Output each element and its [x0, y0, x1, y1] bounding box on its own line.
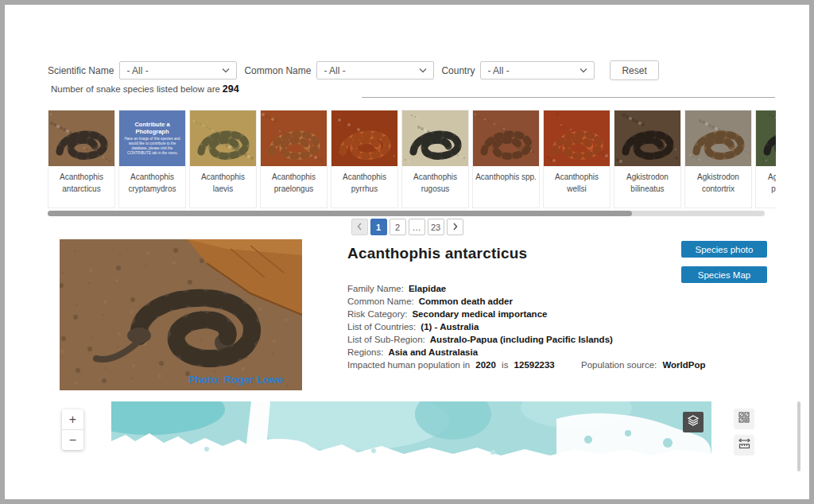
species-card-name[interactable]: Agkistrodon piscivorus	[756, 166, 776, 195]
species-card-name[interactable]: Agkistrodon contortrix	[685, 166, 751, 195]
species-card[interactable]: Acanthophis spp.	[472, 110, 540, 208]
zoom-out-button[interactable]: −	[62, 430, 83, 450]
species-thumbnail[interactable]	[261, 110, 327, 166]
pagination-page-button[interactable]: 2	[390, 219, 406, 235]
carousel-scrollbar[interactable]	[48, 211, 765, 216]
chevron-left-icon	[356, 223, 363, 232]
species-thumbnail[interactable]	[402, 110, 468, 166]
species-card-name[interactable]: Acanthophis wellsi	[544, 166, 610, 195]
species-card[interactable]: Agkistrodon bilineatus	[614, 110, 681, 208]
zoom-in-button[interactable]: +	[62, 409, 83, 429]
species-card[interactable]: Acanthophis praelongus	[260, 110, 328, 208]
species-card-name[interactable]: Acanthophis praelongus	[261, 166, 327, 195]
population-row: Impacted human population in 2020 is 125…	[347, 359, 709, 371]
field-label: Risk Category:	[347, 309, 407, 319]
chevron-down-icon	[222, 68, 230, 73]
species-count-line: Number of snake species listed below are…	[51, 83, 239, 95]
species-card-name[interactable]: Acanthophis rugosus	[402, 166, 468, 195]
basemap-grid-icon	[738, 412, 750, 426]
field-value: Australo-Papua (including Pacific Island…	[430, 335, 613, 344]
detail-field-row: Regions:Asia and Australasia	[347, 346, 689, 359]
species-card[interactable]: Agkistrodon contortrix	[684, 110, 752, 208]
pagination-page-button[interactable]: …	[409, 219, 425, 235]
species-photo-button[interactable]: Species photo	[681, 241, 767, 258]
field-label: Common Name:	[347, 297, 414, 306]
pagination-prev-button[interactable]	[351, 219, 368, 235]
field-value: Common death adder	[419, 297, 513, 306]
population-prefix: Impacted human population in	[347, 360, 470, 370]
species-count-text: Number of snake species listed below are	[51, 84, 220, 94]
species-card-name[interactable]: Agkistrodon bilineatus	[614, 166, 680, 195]
species-card-name[interactable]: Acanthophis spp.	[473, 166, 539, 184]
detail-field-row: List of Sub-Region:Australo-Papua (inclu…	[347, 333, 689, 346]
carousel-scrollbar-thumb[interactable]	[48, 211, 632, 216]
measure-button[interactable]	[735, 436, 754, 455]
population-connector: is	[502, 360, 508, 370]
pagination-page-button[interactable]: 23	[428, 219, 444, 235]
species-range-map[interactable]	[111, 401, 711, 457]
basemap-gallery-button[interactable]	[735, 409, 754, 428]
detail-field-row: List of Countries:(1) - Australia	[347, 320, 689, 333]
species-card-name[interactable]: Acanthophis cryptamydros	[119, 166, 185, 195]
detail-field-row: Risk Category:Secondary medical importan…	[347, 308, 689, 320]
contribute-photo-placeholder[interactable]: Contribute a PhotographHave an image of …	[119, 110, 185, 166]
species-thumbnail[interactable]	[756, 110, 776, 166]
species-card-name[interactable]: Acanthophis laevis	[190, 166, 256, 195]
species-map-button[interactable]: Species Map	[681, 266, 767, 283]
scientific-name-select[interactable]: - All -	[119, 61, 237, 79]
species-card[interactable]: Acanthophis rugosus	[401, 110, 469, 208]
header-divider	[362, 97, 775, 98]
field-value: Secondary medical importance	[412, 309, 547, 319]
contribute-title: Contribute a Photograph	[122, 121, 183, 135]
species-thumbnail[interactable]	[190, 110, 256, 166]
country-value: - All -	[487, 65, 509, 76]
species-thumbnail[interactable]	[331, 110, 397, 166]
country-label: Country	[441, 65, 475, 76]
chevron-down-icon	[419, 68, 427, 73]
species-card[interactable]: Contribute a PhotographHave an image of …	[118, 110, 186, 208]
common-name-select[interactable]: - All -	[316, 61, 434, 79]
species-photo: Photo: Roger Lowe	[60, 239, 302, 390]
population-source-label: Population source:	[581, 360, 657, 370]
detail-field-row: Family Name:Elapidae	[347, 282, 689, 295]
country-select[interactable]: - All -	[480, 61, 595, 79]
species-thumbnail[interactable]	[685, 110, 751, 166]
scientific-name-value: - All -	[126, 65, 148, 76]
photo-credit: Photo: Roger Lowe	[188, 374, 283, 386]
species-card-name[interactable]: Acanthophis pyrrhus	[331, 166, 397, 195]
contribute-body: Have an image of this species and would …	[122, 137, 183, 157]
map-zoom-control: + −	[62, 409, 83, 450]
species-card-name[interactable]: Acanthophis antarcticus	[48, 166, 114, 195]
species-card[interactable]: Acanthophis antarcticus	[48, 110, 115, 208]
chevron-down-icon	[579, 68, 587, 73]
measure-icon	[738, 438, 750, 452]
layers-icon	[687, 414, 700, 430]
species-thumbnail[interactable]	[48, 110, 114, 166]
population-year: 2020	[475, 360, 496, 370]
species-photo-image: Photo: Roger Lowe	[60, 239, 302, 390]
population-value: 12592233	[514, 360, 555, 370]
species-carousel: Acanthophis antarcticusContribute a Phot…	[48, 110, 776, 208]
layers-button[interactable]	[683, 412, 704, 432]
pagination: 12…23	[5, 219, 809, 235]
population-source-value: WorldPop	[662, 360, 705, 370]
pagination-next-button[interactable]	[447, 219, 463, 235]
species-thumbnail[interactable]	[614, 110, 680, 166]
chevron-right-icon	[452, 223, 459, 232]
species-count-number: 294	[223, 83, 239, 95]
scientific-name-label: Scientific Name	[48, 65, 114, 76]
species-thumbnail[interactable]	[544, 110, 610, 166]
species-thumbnail[interactable]	[473, 110, 539, 166]
detail-fields: Family Name:ElapidaeCommon Name:Common d…	[347, 282, 689, 359]
species-card[interactable]: Agkistrodon piscivorus	[755, 110, 776, 208]
species-card[interactable]: Acanthophis laevis	[189, 110, 257, 208]
page-scrollbar[interactable]	[797, 401, 800, 471]
field-value: Elapidae	[409, 284, 446, 293]
pagination-page-button[interactable]: 1	[370, 219, 387, 235]
field-label: Regions:	[347, 347, 383, 357]
reset-button[interactable]: Reset	[610, 60, 658, 80]
species-card[interactable]: Acanthophis wellsi	[543, 110, 610, 208]
detail-field-row: Common Name:Common death adder	[347, 295, 689, 308]
field-value: Asia and Australasia	[388, 347, 478, 357]
species-card[interactable]: Acanthophis pyrrhus	[331, 110, 398, 208]
